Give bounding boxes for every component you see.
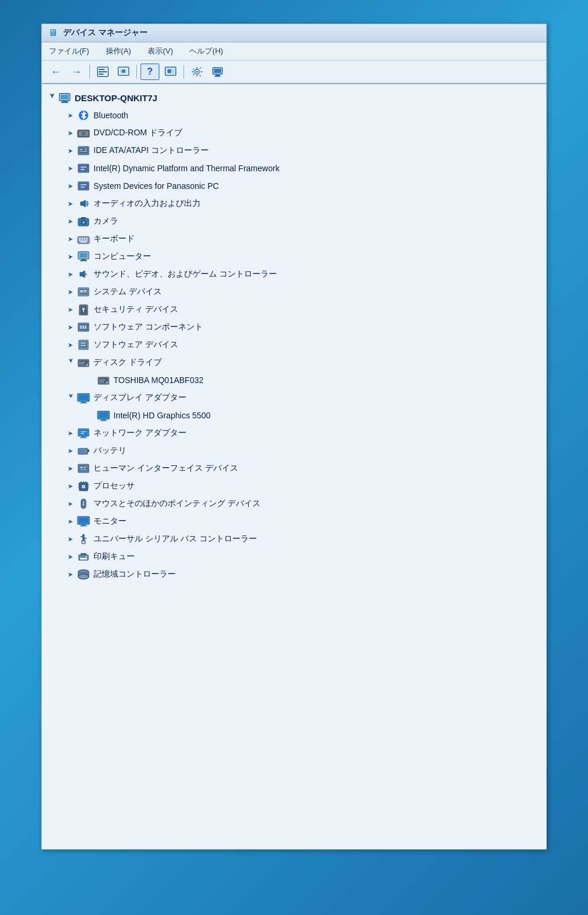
menu-action[interactable]: 操作(A) (103, 45, 133, 58)
svg-rect-80 (79, 362, 85, 363)
svg-rect-35 (79, 183, 88, 189)
tree-item-sound[interactable]: ➤ サウンド、ビデオ、およびゲーム コントローラー (44, 265, 544, 283)
svg-rect-28 (80, 151, 87, 152)
bluetooth-label: Bluetooth (93, 111, 128, 120)
svg-rect-18 (62, 101, 68, 102)
svg-point-6 (122, 69, 125, 73)
display-icon (77, 391, 90, 404)
settings-button[interactable] (188, 64, 206, 80)
tree-item-toshiba[interactable]: ➤ TOSHIBA MQ01ABF032 (44, 371, 544, 389)
ide-icon (77, 144, 90, 157)
software-dev-label: ソフトウェア デバイス (93, 340, 178, 350)
tree-item-dvd[interactable]: ➤ DVD/CD-ROM ドライブ (44, 124, 544, 142)
intel-gpu-label: Intel(R) HD Graphics 5500 (113, 411, 211, 420)
tree-item-intel-thermal[interactable]: ➤ Intel(R) Dynamic Platform and Thermal … (44, 159, 544, 177)
svg-rect-14 (215, 75, 220, 76)
svg-rect-52 (86, 239, 88, 241)
svg-point-84 (106, 381, 108, 384)
svg-point-139 (78, 574, 89, 579)
menu-help[interactable]: ヘルプ(H) (187, 45, 225, 58)
tree-item-bluetooth[interactable]: ➤ Bluetooth (44, 107, 544, 124)
svg-rect-2 (99, 71, 107, 72)
tree-item-monitor[interactable]: ➤ モニター (44, 513, 544, 530)
tree-root-item[interactable]: ➤ DESKTOP-QNKIT7J (44, 89, 544, 107)
ide-arrow: ➤ (65, 146, 75, 155)
tree-item-computer[interactable]: ➤ コンピューター (44, 248, 544, 265)
title-icon: 🖥 (48, 28, 58, 38)
storage-icon (77, 568, 90, 581)
svg-rect-3 (99, 74, 103, 75)
system-arrow: ➤ (65, 287, 75, 297)
processor-icon (77, 480, 90, 493)
properties-button[interactable] (93, 64, 112, 80)
svg-rect-112 (82, 485, 85, 488)
svg-rect-86 (99, 381, 104, 382)
usb-icon (77, 533, 90, 545)
tree-item-usb[interactable]: ➤ ユニバーサル シリアル バス コントローラー (44, 530, 544, 548)
battery-label: バッテリ (93, 445, 126, 456)
tree-item-network[interactable]: ➤ ネットワーク アダプター (44, 424, 544, 442)
scan-button[interactable] (114, 64, 133, 80)
tree-item-display[interactable]: ➤ ディスプレイ アダプター (44, 389, 544, 407)
tree-item-software-comp[interactable]: ➤ ソフトウェア コンポーネント (44, 318, 544, 336)
toshiba-label: TOSHIBA MQ01ABF032 (113, 375, 203, 385)
update-button[interactable] (161, 64, 180, 80)
svg-rect-99 (81, 437, 86, 438)
tree-item-system[interactable]: ➤ システム デバイス (44, 283, 544, 301)
tree-item-processor[interactable]: ➤ プロセッサ (44, 477, 544, 495)
intel-thermal-icon (77, 162, 90, 175)
print-icon (77, 550, 90, 563)
dvd-arrow: ➤ (65, 128, 75, 138)
toshiba-icon (97, 374, 110, 387)
svg-point-11 (196, 71, 198, 73)
computer-view-button[interactable] (208, 64, 227, 80)
tree-item-battery[interactable]: ➤ バッテリ (44, 442, 544, 460)
monitor-label: モニター (93, 516, 126, 527)
tree-item-hid[interactable]: ➤ ヒューマン インターフェイス デバイス (44, 460, 544, 477)
tree-item-disk[interactable]: ➤ ディスク ドライブ (44, 354, 544, 371)
tree-item-storage[interactable]: ➤ 記憶域コントローラー (44, 565, 544, 583)
svg-rect-88 (79, 395, 88, 400)
tree-item-intel-gpu[interactable]: ➤ Intel(R) HD Graphics 5500 (44, 407, 544, 424)
forward-button[interactable]: → (67, 64, 86, 80)
tree-item-audio[interactable]: ➤ オーディオの入力および出力 (44, 195, 544, 212)
tree-item-software-dev[interactable]: ➤ ソフトウェア デバイス (44, 336, 544, 354)
toolbar: ← → ? (42, 61, 546, 84)
system-icon (77, 285, 90, 298)
audio-icon (77, 197, 90, 210)
disk-icon (77, 356, 90, 369)
tree-item-mouse[interactable]: ➤ マウスとそのほかのポインティング デバイス (44, 495, 544, 513)
monitor-icon (77, 515, 90, 528)
help-button[interactable]: ? (141, 64, 159, 80)
svg-rect-127 (81, 525, 86, 526)
svg-point-24 (83, 133, 84, 134)
keyboard-icon (77, 232, 90, 245)
svg-rect-100 (80, 438, 87, 438)
svg-rect-43 (81, 217, 86, 219)
svg-rect-72 (85, 325, 86, 329)
svg-rect-132 (81, 536, 82, 537)
computer-label: コンピューター (93, 251, 151, 262)
hid-label: ヒューマン インターフェイス デバイス (93, 463, 238, 474)
software-dev-arrow: ➤ (65, 340, 75, 350)
sep3 (183, 65, 184, 79)
print-arrow: ➤ (65, 552, 75, 561)
mouse-arrow: ➤ (65, 499, 75, 508)
tree-item-camera[interactable]: ➤ カメラ (44, 212, 544, 230)
menu-file[interactable]: ファイル(F) (46, 45, 92, 58)
svg-rect-49 (79, 239, 81, 241)
camera-icon (77, 215, 90, 228)
panasonic-icon (77, 179, 90, 192)
svg-rect-108 (83, 468, 86, 469)
panasonic-label: System Devices for Panasonic PC (93, 181, 219, 191)
svg-rect-48 (86, 238, 88, 239)
intel-thermal-label: Intel(R) Dynamic Platform and Thermal Fr… (93, 164, 279, 173)
tree-item-print[interactable]: ➤ 印刷キュー (44, 548, 544, 565)
menu-view[interactable]: 表示(V) (145, 45, 175, 58)
back-button[interactable]: ← (46, 64, 65, 80)
tree-item-panasonic[interactable]: ➤ System Devices for Panasonic PC (44, 177, 544, 195)
dvd-icon (77, 127, 90, 139)
tree-item-ide[interactable]: ➤ IDE ATA/ATAPI コントローラー (44, 142, 544, 159)
tree-item-security[interactable]: ➤ セキュリティ デバイス (44, 301, 544, 318)
tree-item-keyboard[interactable]: ➤ キーボード (44, 230, 544, 248)
